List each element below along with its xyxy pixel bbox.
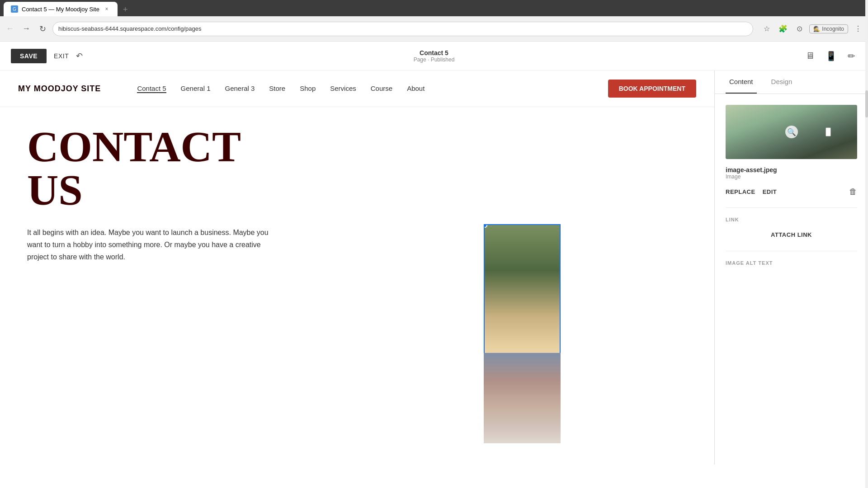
navigation-bar: ← → ↻ hibiscus-seabass-6444.squarespace.… [0, 16, 868, 42]
design-mode-button[interactable]: ✏ [846, 49, 857, 63]
page-name: Contact 5 [414, 49, 455, 56]
tab-close-button[interactable]: × [103, 5, 110, 13]
divider-1 [726, 207, 857, 208]
nav-link-general3[interactable]: General 3 [225, 84, 255, 93]
link-section-label: LINK [726, 217, 857, 222]
desktop-view-button[interactable]: 🖥 [804, 49, 816, 63]
website-preview: MY MOODJOY SITE Contact 5 General 1 Gene… [0, 70, 714, 465]
nav-link-about[interactable]: About [407, 84, 425, 93]
reload-button[interactable]: ↻ [36, 23, 49, 35]
replace-link[interactable]: REPLACE [726, 188, 755, 195]
divider-2 [726, 251, 857, 251]
attach-link-button[interactable]: ATTACH LINK [726, 228, 857, 242]
background-image-block [484, 353, 561, 443]
delete-button[interactable]: 🗑 [849, 187, 857, 197]
new-tab-button[interactable]: + [119, 3, 132, 16]
main-area: MY MOODJOY SITE Contact 5 General 1 Gene… [0, 70, 868, 465]
content-area: CONTACT US It all begins with an idea. M… [0, 107, 714, 282]
site-logo: MY MOODJOY SITE [18, 84, 101, 94]
exit-button[interactable]: EXIT [54, 52, 69, 60]
nav-link-store[interactable]: Store [269, 84, 285, 93]
tab-title: Contact 5 — My Moodjoy Site [22, 6, 99, 13]
tab-favicon: G [11, 5, 18, 13]
edit-link[interactable]: EDIT [763, 188, 777, 195]
content-tab[interactable]: Content [726, 70, 757, 94]
back-button[interactable]: ← [4, 23, 16, 35]
toolbar-left: SAVE EXIT ↶ [11, 49, 83, 63]
editor-toolbar: SAVE EXIT ↶ Contact 5 Page · Published 🖥… [0, 42, 868, 70]
image-type: Image [726, 174, 857, 180]
panel-scrollbar[interactable] [865, 0, 868, 488]
page-status: Page · Published [414, 56, 455, 63]
nav-link-general1[interactable]: General 1 [181, 84, 211, 93]
menu-button[interactable]: ⋮ [852, 23, 864, 35]
book-appointment-button[interactable]: BOOK APPOINTMENT [608, 80, 696, 98]
nav-icons: ☆ 🧩 ⊙ 🕵 Incognito ⋮ [760, 23, 864, 35]
nav-link-shop[interactable]: Shop [300, 84, 316, 93]
active-tab[interactable]: G Contact 5 — My Moodjoy Site × [4, 2, 118, 16]
contact-body-text: It all begins with an idea. Maybe you wa… [27, 226, 280, 263]
undo-button[interactable]: ↶ [76, 51, 83, 61]
panel-content: 🔍 image-asset.jpeg Image REPLACE EDIT 🗑 … [715, 94, 868, 465]
address-bar[interactable]: hibiscus-seabass-6444.squarespace.com/co… [52, 22, 753, 36]
toolbar-center: Contact 5 Page · Published [414, 49, 455, 63]
browser-tab-bar: G Contact 5 — My Moodjoy Site × + [0, 0, 868, 16]
extension-button[interactable]: 🧩 [777, 23, 789, 35]
site-navigation: MY MOODJOY SITE Contact 5 General 1 Gene… [0, 70, 714, 107]
forward-button[interactable]: → [20, 23, 33, 35]
incognito-label: Incognito [822, 26, 844, 32]
zoom-icon: 🔍 [785, 126, 798, 138]
mobile-view-button[interactable]: 📱 [824, 49, 839, 63]
bookmark-button[interactable]: ☆ [760, 23, 773, 35]
scrollbar-thumb[interactable] [865, 90, 868, 117]
site-nav-links: Contact 5 General 1 General 3 Store Shop… [137, 84, 590, 93]
alt-text-section-label: IMAGE ALT TEXT [726, 260, 857, 266]
image-preview: 🔍 [726, 105, 857, 159]
heading-line2: US [27, 166, 83, 214]
image-actions: REPLACE EDIT 🗑 [726, 187, 857, 197]
nav-link-contact5[interactable]: Contact 5 [137, 84, 166, 93]
toolbar-right: 🖥 📱 ✏ [804, 49, 857, 63]
contact-heading: CONTACT US [27, 125, 687, 212]
profile-button[interactable]: ⊙ [793, 23, 806, 35]
right-panel: Content Design 🔍 image-asset.jpeg Image [714, 70, 868, 465]
address-text: hibiscus-seabass-6444.squarespace.com/co… [58, 25, 202, 32]
panel-tabs: Content Design [715, 70, 868, 94]
save-button[interactable]: SAVE [11, 49, 47, 63]
incognito-badge: 🕵 Incognito [809, 24, 848, 33]
cursor-indicator [826, 127, 835, 136]
image-filename: image-asset.jpeg [726, 166, 857, 174]
heading-line1: CONTACT [27, 122, 241, 171]
search-icon: 🔍 [787, 128, 796, 136]
nav-link-course[interactable]: Course [371, 84, 392, 93]
design-tab[interactable]: Design [768, 70, 796, 94]
nav-link-services[interactable]: Services [330, 84, 356, 93]
